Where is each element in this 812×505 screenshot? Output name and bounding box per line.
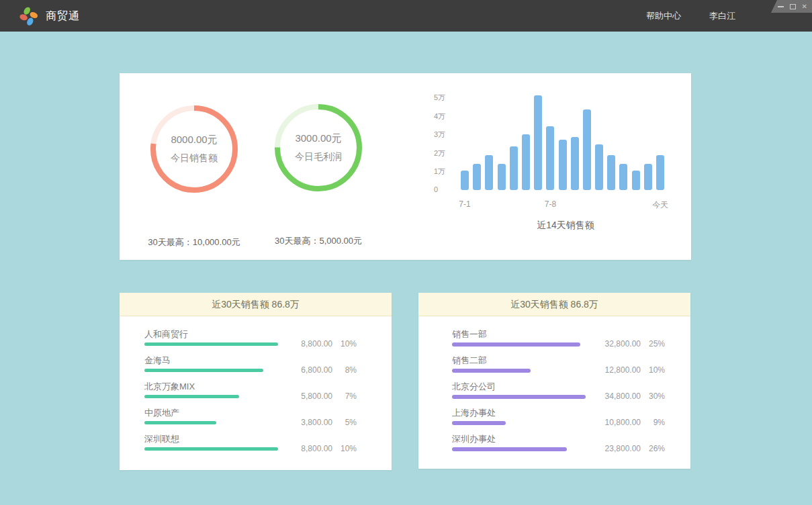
bar[interactable] (595, 144, 603, 190)
bar[interactable] (632, 171, 640, 190)
x-tick-label: 今天 (652, 199, 668, 211)
help-center-link[interactable]: 帮助中心 (646, 10, 681, 22)
list-item[interactable]: 深圳办事处23,800.0026% (418, 434, 690, 460)
item-values: 6,800.008% (289, 365, 357, 375)
y-tick-label: 2万 (434, 148, 445, 158)
bar[interactable] (559, 140, 567, 190)
x-tick-label: 7-8 (545, 199, 556, 209)
item-percent: 25% (641, 339, 665, 349)
bar[interactable] (571, 137, 579, 190)
item-progress-bar (144, 447, 278, 451)
item-amount: 23,800.00 (598, 444, 641, 453)
item-progress-bar (452, 421, 506, 425)
item-percent: 7% (332, 392, 357, 401)
item-amount: 12,800.00 (598, 365, 641, 375)
bar-chart-x-axis: 7-17-8今天 (461, 199, 666, 210)
list-item[interactable]: 中原地产3,800.005% (120, 408, 392, 434)
x-tick-label: 7-1 (459, 199, 470, 209)
window-controls: ✕ (771, 0, 812, 13)
bar[interactable] (546, 126, 554, 190)
bar-chart-bars (461, 73, 666, 190)
item-name: 深圳办事处 (452, 434, 690, 444)
item-name: 深圳联想 (144, 434, 392, 444)
y-tick-label: 5万 (434, 93, 445, 103)
item-progress-bar (144, 421, 216, 424)
item-amount: 10,800.00 (598, 418, 641, 427)
item-percent: 30% (641, 392, 665, 401)
y-tick-label: 1万 (434, 167, 445, 177)
today-profit-30d-max: 30天最高：5,000.00元 (238, 235, 399, 247)
item-name: 销售一部 (452, 329, 690, 339)
bar[interactable] (510, 146, 518, 190)
today-sales-donut: 8000.00元 今日销售额 30天最高：10,000.00元 (150, 105, 238, 193)
list-item[interactable]: 销售二部12,800.0010% (418, 355, 690, 381)
bar[interactable] (498, 164, 506, 190)
bar[interactable] (522, 134, 530, 190)
item-name: 销售二部 (452, 355, 690, 365)
y-tick-label: 3万 (434, 130, 445, 140)
item-values: 23,800.0026% (598, 444, 665, 453)
bar[interactable] (473, 164, 481, 190)
item-name: 北京万象MIX (144, 381, 392, 392)
item-values: 12,800.0010% (598, 365, 665, 375)
today-sales-label: 今日销售额 (171, 152, 218, 165)
list-item[interactable]: 深圳联想8,800.0010% (120, 434, 392, 460)
item-values: 10,800.009% (598, 418, 665, 427)
today-sales-value: 8000.00元 (171, 134, 217, 146)
item-percent: 10% (641, 365, 665, 375)
close-icon[interactable]: ✕ (802, 3, 807, 10)
item-percent: 9% (641, 418, 665, 427)
bar-chart-y-axis: 01万2万3万4万5万 (434, 73, 457, 190)
item-progress-bar (452, 369, 531, 373)
list-item[interactable]: 人和商贸行8,800.0010% (120, 329, 392, 355)
item-amount: 8,800.00 (289, 444, 332, 453)
minimize-icon[interactable] (778, 6, 784, 7)
today-profit-label: 今日毛利润 (295, 151, 342, 163)
bar[interactable] (583, 109, 591, 190)
item-name: 金海马 (144, 355, 392, 365)
item-values: 3,800.005% (289, 418, 357, 427)
list-item[interactable]: 销售一部32,800.0025% (418, 329, 690, 355)
today-profit-donut: 3000.00元 今日毛利润 30天最高：5,000.00元 (274, 103, 363, 192)
bar[interactable] (485, 155, 493, 190)
departments-30d-card: 近30天销售额 86.8万 销售一部32,800.0025%销售二部12,800… (418, 293, 690, 469)
item-percent: 8% (332, 365, 357, 375)
bar[interactable] (534, 95, 542, 190)
bar[interactable] (656, 155, 664, 190)
item-values: 8,800.0010% (289, 339, 357, 349)
summary-card: 8000.00元 今日销售额 30天最高：10,000.00元 3000.00元… (120, 73, 691, 260)
list-item[interactable]: 上海办事处10,800.009% (418, 408, 690, 434)
bar[interactable] (461, 171, 469, 190)
item-name: 人和商贸行 (144, 329, 392, 339)
list-item[interactable]: 北京分公司34,800.0030% (418, 381, 690, 408)
y-tick-label: 4万 (434, 111, 445, 122)
item-values: 32,800.0025% (598, 339, 665, 349)
item-values: 5,800.007% (289, 392, 357, 401)
user-name-menu[interactable]: 李白江 (709, 10, 735, 22)
item-percent: 26% (641, 444, 665, 453)
customers-card-title: 近30天销售额 86.8万 (120, 293, 392, 316)
maximize-icon[interactable] (790, 4, 796, 9)
departments-card-title: 近30天销售额 86.8万 (418, 293, 690, 316)
list-item[interactable]: 金海马6,800.008% (120, 355, 392, 381)
item-name: 北京分公司 (452, 381, 690, 392)
item-amount: 3,800.00 (289, 418, 332, 427)
bar[interactable] (607, 155, 615, 190)
app-title: 商贸通 (46, 0, 80, 32)
bar-chart-title: 近14天销售额 (461, 220, 670, 232)
departments-list: 销售一部32,800.0025%销售二部12,800.0010%北京分公司34,… (418, 316, 690, 460)
item-amount: 5,800.00 (289, 392, 332, 401)
bar[interactable] (644, 164, 652, 190)
today-profit-value: 3000.00元 (295, 132, 341, 145)
item-progress-bar (452, 447, 567, 451)
item-values: 34,800.0030% (598, 392, 665, 401)
item-name: 上海办事处 (452, 408, 690, 418)
item-percent: 5% (332, 418, 357, 427)
item-values: 8,800.0010% (289, 444, 357, 453)
customers-list: 人和商贸行8,800.0010%金海马6,800.008%北京万象MIX5,80… (120, 316, 392, 460)
item-amount: 6,800.00 (289, 365, 332, 375)
titlebar-nav: 帮助中心 李白江 (646, 0, 735, 32)
list-item[interactable]: 北京万象MIX5,800.007% (120, 381, 392, 408)
item-progress-bar (452, 395, 586, 399)
bar[interactable] (619, 164, 627, 190)
